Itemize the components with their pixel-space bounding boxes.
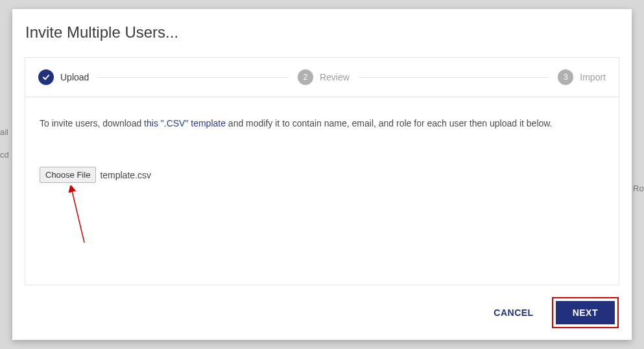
- step-connector: [98, 77, 289, 78]
- bg-text: cd: [0, 150, 9, 160]
- step-review: 2 Review: [298, 69, 350, 85]
- step-upload: Upload: [38, 69, 89, 85]
- selected-filename: template.csv: [100, 170, 151, 180]
- next-button[interactable]: NEXT: [556, 301, 615, 324]
- csv-template-link[interactable]: this ".CSV" template: [144, 118, 226, 128]
- invite-users-dialog: Invite Multiple Users... Upload 2 Review…: [12, 9, 632, 340]
- cancel-button[interactable]: CANCEL: [486, 301, 541, 324]
- step-import: 3 Import: [558, 69, 606, 85]
- choose-file-button[interactable]: Choose File: [40, 167, 96, 183]
- instruction-text: To invite users, download this ".CSV" te…: [40, 117, 604, 130]
- instruction-post: and modify it to contain name, email, an…: [226, 118, 553, 128]
- instruction-pre: To invite users, download: [40, 118, 144, 128]
- bg-text: Row: [633, 184, 644, 193]
- step-number-icon: 2: [298, 69, 313, 85]
- stepper: Upload 2 Review 3 Import: [25, 58, 619, 97]
- step-label: Import: [580, 72, 606, 82]
- step-connector: [359, 77, 549, 78]
- content-panel: Upload 2 Review 3 Import To invite users…: [25, 57, 619, 285]
- step-label: Upload: [60, 72, 89, 82]
- file-input-row: Choose File template.csv: [40, 167, 604, 183]
- dialog-actions: CANCEL NEXT: [12, 285, 632, 340]
- dialog-title: Invite Multiple Users...: [12, 9, 632, 57]
- next-button-highlight: NEXT: [552, 297, 619, 328]
- panel-body: To invite users, download this ".CSV" te…: [25, 97, 619, 285]
- step-number-icon: 3: [558, 69, 573, 85]
- check-icon: [38, 69, 54, 85]
- step-label: Review: [320, 72, 350, 82]
- bg-text: ail: [0, 127, 8, 137]
